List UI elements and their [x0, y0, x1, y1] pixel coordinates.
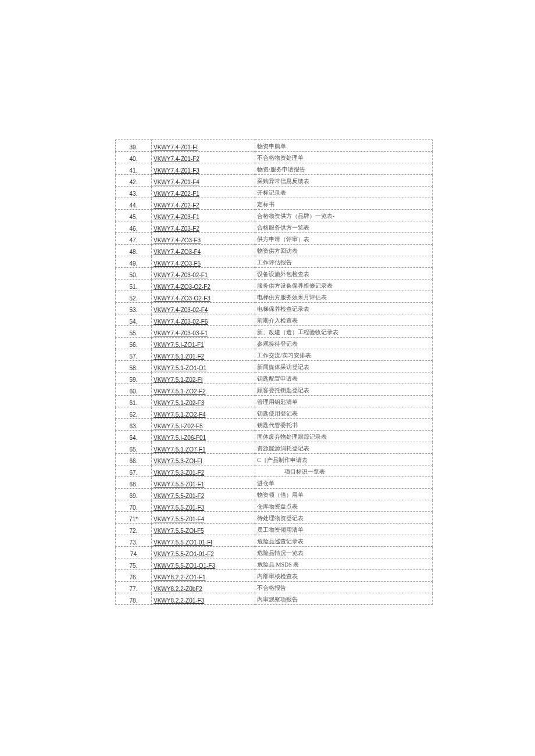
row-number: 66. [116, 454, 152, 465]
row-number: 77. [116, 582, 152, 593]
records-tbody: 39.VKWY7.4-Z01-FI物资申购单40.VKWY7.4-Z01-F2不… [116, 140, 433, 605]
row-code: VKWY7.5.5-ZO1-01-FI [152, 535, 255, 547]
row-description: 内部审核检查表 [255, 570, 433, 582]
row-code: VKWY7.4-ZO3-F3 [152, 233, 255, 245]
row-number: 55. [116, 326, 152, 338]
row-number: 46. [116, 221, 152, 233]
row-code: VKWY7.4-ZO3-F5 [152, 256, 255, 268]
row-description: 资源能源消耗登记表 [255, 442, 433, 454]
row-number: 53. [116, 303, 152, 314]
row-description: C［产品制作申请表 [255, 454, 433, 465]
table-row: 59.VKWY7.5.1-Z02-FI钥匙配置申请表 [116, 372, 433, 384]
table-row: 45,VKWY7.4-Z03-F1合格物资供方（品牌）一览表- [116, 210, 433, 221]
table-row: 66.VKWY7.5.3-ZOI-FIC［产品制作申请表 [116, 454, 433, 465]
row-number: 40. [116, 152, 152, 163]
row-code: VKWY7.5.1-Z02-F3 [152, 396, 255, 407]
row-code: VKWY7.4-Z02-F2 [152, 198, 255, 210]
row-code: VKWY8.2.2-Z0bF2 [152, 582, 255, 593]
row-description: 设备设施外包检查表 [255, 268, 433, 280]
row-number: 49, [116, 256, 152, 268]
table-row: 77.VKWY8.2.2-Z0bF2不合格报告 [116, 582, 433, 593]
row-description: 不合格物资处理单 [255, 152, 433, 163]
row-code: VKWY7.5.5-Z01-F4 [152, 512, 255, 524]
row-description: 合格物资供方（品牌）一览表- [255, 210, 433, 221]
row-description: 仓库物资盘点表 [255, 500, 433, 512]
table-row: 53.VKWY7.4-Z03-02-F4电梯保养检查记录表 [116, 303, 433, 314]
row-description: 供方申请（评审）表 [255, 233, 433, 245]
row-description: 开标记录表 [255, 187, 433, 198]
row-code: VKWY7.4-ZO3-F4 [152, 245, 255, 256]
table-row: 69.VKWY7.5.5-Z01-F2物资领（借）用单 [116, 489, 433, 500]
row-number: 61. [116, 396, 152, 407]
row-description: 危险品 MSDS 表 [255, 558, 433, 570]
table-row: 60.VKWY7.5.1-ZO2-F2顾客委托钥匙登记表 [116, 384, 433, 396]
table-row: 67.VKWY7.5.3-Z01-F2项目标识一览表 [116, 465, 433, 477]
row-number: 71* [116, 512, 152, 524]
table-row: 52.VKWY7.4-ZO3-O2-F3电梯供方服务效果月评估表 [116, 291, 433, 303]
row-code: VKWY7.5.1-ZO2-F2 [152, 384, 255, 396]
row-number: 41. [116, 163, 152, 175]
table-row: 70.VKWY7.5.5-Z01-F3仓库物资盘点表 [116, 500, 433, 512]
row-description: 内审观察项报告 [255, 593, 433, 605]
table-row: 54.VKWY7.4-Z03-02-F6前期介入检查表 [116, 314, 433, 326]
row-description: 电梯保养检查记录表 [255, 303, 433, 314]
row-description: 合格服务供方一览表 [255, 221, 433, 233]
row-description: 钥匙代管委托书 [255, 419, 433, 431]
row-description: 进仓单 [255, 477, 433, 489]
row-description: 项目标识一览表 [255, 465, 433, 477]
row-description: 顾客委托钥匙登记表 [255, 384, 433, 396]
row-code: VKWY7.4-Z01-F2 [152, 152, 255, 163]
row-number: 62. [116, 407, 152, 419]
table-row: 40.VKWY7.4-Z01-F2不合格物资处理单 [116, 152, 433, 163]
row-description: 新、改建（造）工程验收记录表 [255, 326, 433, 338]
records-table: 39.VKWY7.4-Z01-FI物资申购单40.VKWY7.4-Z01-F2不… [115, 139, 433, 605]
row-code: VKWV7.5.5-ZO1-O1-F3 [152, 558, 255, 570]
row-number: 74 [116, 547, 152, 558]
row-number: 48. [116, 245, 152, 256]
row-number: 56. [116, 338, 152, 349]
row-description: 员工物资领用清单 [255, 524, 433, 535]
row-number: 51. [116, 280, 152, 291]
row-description: 钥匙使用登记表 [255, 407, 433, 419]
row-code: VKWY7.4-Z01-F3 [152, 163, 255, 175]
row-description: 物资领（借）用单 [255, 489, 433, 500]
table-row: 42.VKWY7.4-Z01-F4采购异常信息反馈表 [116, 175, 433, 187]
row-number: 64. [116, 431, 152, 442]
row-number: 50. [116, 268, 152, 280]
row-description: 工作交流/实习安排表 [255, 349, 433, 361]
row-code: VKWY8.2.2-Z01-F3 [152, 593, 255, 605]
table-row: 56.VKWY7.5.I-ZO1-F1参观接待登记表 [116, 338, 433, 349]
row-description: 危险品情况一览表 [255, 547, 433, 558]
row-code: VKWY7.5.3-Z01-F2 [152, 465, 255, 477]
table-row: 75.VKWV7.5.5-ZO1-O1-F3危险品 MSDS 表 [116, 558, 433, 570]
row-description: 物资申购单 [255, 140, 433, 152]
row-code: VKWY7.5.I-Z06-F01 [152, 431, 255, 442]
row-code: VKWY7.4-Z02-F1 [152, 187, 255, 198]
row-description: 工作评估报告 [255, 256, 433, 268]
row-description: 固体废弃物处理跟踪记录表 [255, 431, 433, 442]
table-row: 50.VKWY7.4-Z03-02-F1设备设施外包检查表 [116, 268, 433, 280]
row-number: 69. [116, 489, 152, 500]
row-number: 72. [116, 524, 152, 535]
row-description: 钥匙配置申请表 [255, 372, 433, 384]
row-number: 70. [116, 500, 152, 512]
row-code: VKWY7.5.5-Z01-F3 [152, 500, 255, 512]
row-description: 危险品巡查记录表 [255, 535, 433, 547]
row-number: 43. [116, 187, 152, 198]
row-code: VKWY7.4-Z03-02-F4 [152, 303, 255, 314]
row-number: 68. [116, 477, 152, 489]
table-row: 78.VKWY8.2.2-Z01-F3内审观察项报告 [116, 593, 433, 605]
row-description: 待处理物资登记表 [255, 512, 433, 524]
table-row: 74VKWY7.5.5-ZO1-01-F2危险品情况一览表 [116, 547, 433, 558]
table-row: 76.VKWY8.2.2-ZO1-F1内部审核检查表 [116, 570, 433, 582]
row-number: 67. [116, 465, 152, 477]
row-code: VKWY7.5.1-Z01-F2 [152, 349, 255, 361]
row-description: 新闻媒体采访登记表 [255, 361, 433, 372]
row-number: 52. [116, 291, 152, 303]
table-row: 51.VKWY7.4-ZO3-O2-F2服务供方设备保养维修记录表 [116, 280, 433, 291]
row-description: 不合格报告 [255, 582, 433, 593]
row-code: VKWY7.4-Z03-F1 [152, 210, 255, 221]
row-number: 75. [116, 558, 152, 570]
row-code: VKWY7.5.5-Z01-F2 [152, 489, 255, 500]
row-code: VKWY7.5.5-Z01-F1 [152, 477, 255, 489]
